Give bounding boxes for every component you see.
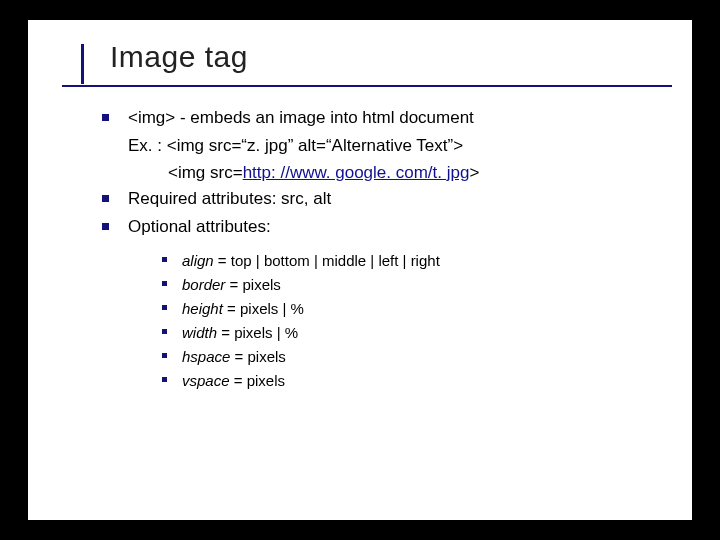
square-bullet-icon [162,377,167,382]
list-item: align = top | bottom | middle | left | r… [162,249,692,273]
attr-name: vspace [182,372,230,389]
example-url: http: //www. google. com/t. jpg [243,163,470,182]
attr-values: = pixels [225,276,280,293]
square-bullet-icon [162,305,167,310]
bullet-text: Optional attributes: [128,217,271,236]
bullet-img-tag: <img> - embeds an image into html docume… [102,105,692,131]
attr-values: = pixels [230,348,285,365]
title-underline [62,85,672,87]
attr-name: width [182,324,217,341]
list-item: height = pixels | % [162,297,692,321]
attr-name: hspace [182,348,230,365]
title-block: Image tag [28,20,692,79]
example-line-1: Ex. : <img src=“z. jpg” alt=“Alternative… [102,133,692,159]
attr-name: border [182,276,225,293]
square-bullet-icon [162,257,167,262]
list-item: vspace = pixels [162,369,692,393]
list-item: hspace = pixels [162,345,692,369]
slide-title: Image tag [68,40,692,74]
attr-values: = pixels [230,372,285,389]
example-suffix: > [469,163,479,182]
list-item: border = pixels [162,273,692,297]
square-bullet-icon [162,329,167,334]
attr-values: = top | bottom | middle | left | right [214,252,440,269]
square-bullet-icon [102,195,109,202]
title-accent-bar [81,44,84,84]
slide-body: <img> - embeds an image into html docume… [28,105,692,393]
example-prefix: <img src= [168,163,243,182]
attr-values: = pixels | % [223,300,304,317]
bullet-text: <img> - embeds an image into html docume… [128,108,474,127]
example-line-2: <img src=http: //www. google. com/t. jpg… [102,160,692,186]
optional-attrs-list: align = top | bottom | middle | left | r… [102,243,692,393]
attr-name: align [182,252,214,269]
square-bullet-icon [102,114,109,121]
square-bullet-icon [102,223,109,230]
square-bullet-icon [162,353,167,358]
list-item: width = pixels | % [162,321,692,345]
bullet-optional-attrs: Optional attributes: [102,214,692,240]
slide: Image tag <img> - embeds an image into h… [28,20,692,520]
attr-values: = pixels | % [217,324,298,341]
bullet-text: Required attributes: src, alt [128,189,331,208]
square-bullet-icon [162,281,167,286]
bullet-required-attrs: Required attributes: src, alt [102,186,692,212]
attr-name: height [182,300,223,317]
